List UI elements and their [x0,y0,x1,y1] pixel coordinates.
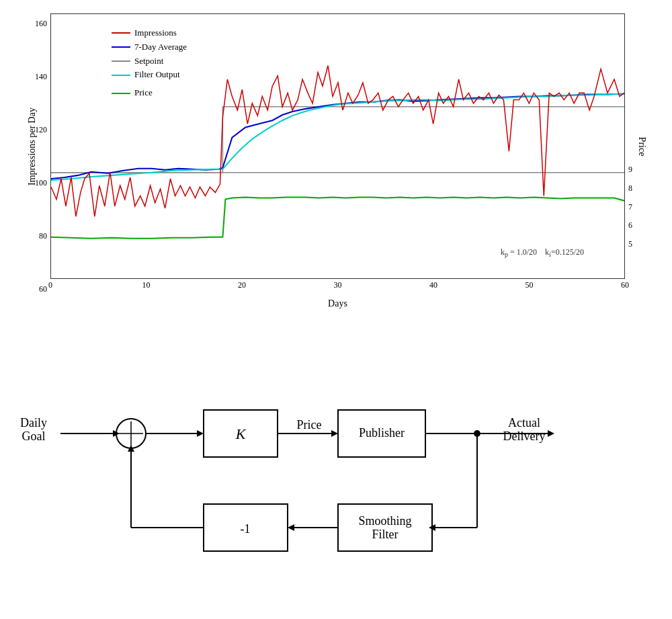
publisher-label: Publisher [359,426,405,440]
y-tick-160: 160 [35,19,47,29]
y-tick-100: 100 [35,178,47,188]
legend-filter-output: Filter Output [112,68,187,82]
y-tick-right-8: 8 [628,183,632,193]
arrow-k-to-pub [331,430,338,437]
smoothing-filter-label: Smoothing [358,514,411,528]
x-tick-30: 30 [334,280,342,290]
y-ticks-right: 56789 [625,13,659,279]
smoothing-filter-label2: Filter [372,528,398,541]
x-tick-20: 20 [238,280,246,290]
x-ticks: 0102030405060 [50,280,625,297]
actual-delivery-label: Actual [508,416,540,429]
actual-delivery-label2: Delivery [503,429,546,443]
block-diagram: .diag-text { font-family: 'Times New Rom… [13,329,659,585]
daily-goal-label2: Goal [22,429,46,443]
y-tick-80: 80 [39,231,47,241]
chart-section: Impressions per Day Price 60801001201401… [13,7,659,316]
y-tick-120: 120 [35,125,47,135]
arrow-smoothing-to-neg [288,524,294,531]
arrow-to-right [548,430,554,437]
y-tick-right-6: 6 [628,220,632,231]
daily-goal-label: Daily [20,416,47,429]
legend-price: Price [112,86,187,100]
k-label: K [235,425,247,442]
y-tick-right-7: 7 [628,202,632,212]
legend-7day: 7-Day Average [112,40,187,54]
y-tick-60: 60 [39,284,47,294]
chart-legend: Impressions 7-Day Average Setpoint Filte… [112,26,187,100]
y-tick-right-9: 9 [628,165,632,175]
x-axis-label: Days [50,298,625,309]
x-tick-40: 40 [429,280,437,290]
x-tick-10: 10 [142,280,150,290]
legend-setpoint: Setpoint [112,54,187,69]
neg1-label: -1 [241,522,251,536]
arrow-sum-to-k [197,430,204,437]
price-label: Price [297,418,322,431]
y-ticks-left: 6080100120140160 [13,13,50,279]
x-tick-0: 0 [48,280,52,290]
diagram-section: .diag-text { font-family: 'Times New Rom… [13,329,659,619]
chart-plot-area: Impressions 7-Day Average Setpoint Filte… [50,13,625,279]
chart-annotation: kp = 1.0/20 ki=0.125/20 [501,247,584,258]
x-tick-50: 50 [526,280,534,290]
y-tick-140: 140 [35,72,47,82]
y-tick-right-5: 5 [628,239,632,249]
legend-impressions: Impressions [112,26,187,40]
x-tick-60: 60 [621,280,629,290]
